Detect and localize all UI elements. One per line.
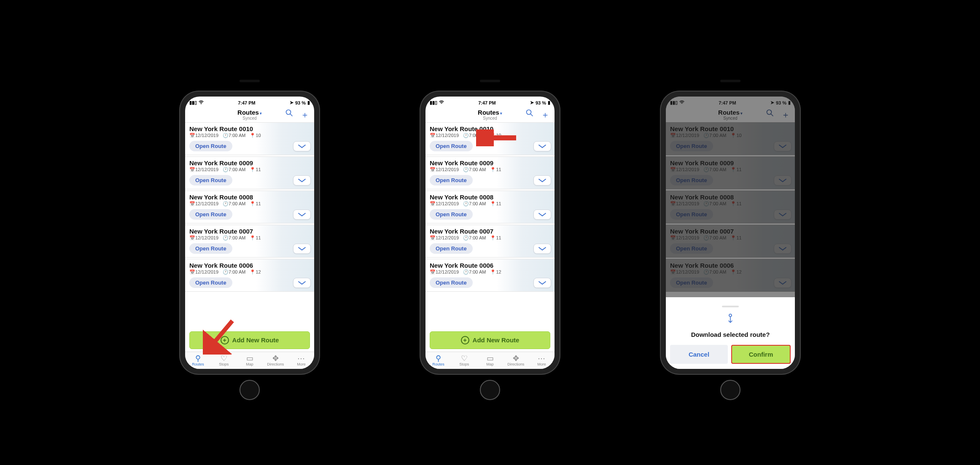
open-route-button[interactable]: Open Route (189, 277, 232, 288)
route-item[interactable]: New York Route 0009📅12/12/2019🕐7:00 AM📍1… (425, 156, 555, 189)
route-meta: 📅12/12/2019🕐7:00 AM📍10 (189, 133, 310, 138)
route-item[interactable]: New York Route 0009📅12/12/2019🕐7:00 AM📍1… (185, 156, 314, 189)
status-time: 7:47 PM (238, 100, 256, 105)
app-header: Routes Synced ＋ (185, 107, 314, 123)
home-button[interactable] (240, 380, 260, 400)
route-stops: 📍11 (250, 201, 261, 207)
route-stops: 📍10 (490, 133, 501, 138)
modal-backdrop[interactable] (666, 97, 795, 297)
status-bar: ▮▮▯ 7:47 PM ➤ 93 % ▮ (185, 99, 314, 107)
tab-directions[interactable]: ✥Directions (503, 352, 529, 369)
route-item[interactable]: New York Route 0006📅12/12/2019🕐7:00 AM📍1… (185, 259, 314, 292)
plus-circle-icon: + (461, 336, 469, 344)
route-name: New York Route 0010 (430, 125, 550, 132)
expand-button[interactable] (533, 278, 551, 288)
svg-point-10 (729, 314, 732, 317)
route-time: 🕐7:00 AM (223, 133, 245, 138)
tab-routes[interactable]: ⚲Routes (425, 352, 451, 369)
add-new-route-button[interactable]: +Add New Route (430, 331, 550, 349)
expand-button[interactable] (293, 175, 311, 185)
open-route-button[interactable]: Open Route (430, 277, 473, 288)
phone-frame-3: ▮▮▯ 7:47 PM ➤93 %▮ RoutesSynced ＋ New Yo… (661, 91, 800, 374)
open-route-button[interactable]: Open Route (189, 209, 232, 220)
route-date: 📅12/12/2019 (430, 201, 459, 207)
header-title[interactable]: Routes (237, 109, 262, 116)
open-route-button[interactable]: Open Route (430, 209, 473, 220)
app-header: RoutesSynced ＋ (425, 107, 555, 123)
route-item[interactable]: New York Route 0008📅12/12/2019🕐7:00 AM📍1… (425, 191, 555, 223)
route-name: New York Route 0009 (430, 159, 550, 167)
route-date: 📅12/12/2019 (189, 269, 218, 275)
route-meta: 📅12/12/2019🕐7:00 AM📍11 (189, 167, 310, 172)
expand-button[interactable] (293, 141, 311, 151)
route-stops: 📍12 (490, 269, 501, 275)
tab-map[interactable]: ▭Map (237, 352, 262, 369)
route-time: 🕐7:00 AM (223, 167, 245, 172)
expand-button[interactable] (533, 141, 551, 151)
route-name: New York Route 0008 (430, 194, 550, 201)
expand-button[interactable] (533, 175, 551, 185)
download-route-icon (670, 313, 791, 327)
routes-icon: ⚲ (425, 354, 451, 362)
home-button[interactable] (480, 380, 500, 400)
route-item[interactable]: New York Route 0007📅12/12/2019🕐7:00 AM📍1… (185, 225, 314, 258)
add-new-route-button[interactable]: + Add New Route (189, 331, 310, 349)
stops-icon: ♡ (211, 354, 237, 362)
route-stops: 📍11 (490, 235, 501, 241)
tab-bar: ⚲Routes ♡Stops ▭Map ✥Directions ⋯More (185, 352, 314, 369)
route-date: 📅12/12/2019 (189, 167, 218, 172)
tab-stops[interactable]: ♡Stops (451, 352, 477, 369)
search-icon[interactable] (526, 109, 533, 121)
route-name: New York Route 0010 (189, 125, 310, 132)
home-button[interactable] (720, 380, 740, 400)
route-item[interactable]: New York Route 0010📅12/12/2019🕐7:00 AM📍1… (185, 122, 314, 155)
sheet-title: Download selected route? (670, 331, 791, 338)
route-meta: 📅12/12/2019🕐7:00 AM📍11 (430, 235, 550, 241)
sheet-grabber[interactable] (722, 306, 739, 307)
map-icon: ▭ (237, 354, 262, 362)
expand-button[interactable] (293, 278, 311, 288)
tab-routes[interactable]: ⚲Routes (185, 352, 211, 369)
tab-directions[interactable]: ✥Directions (263, 352, 288, 369)
route-stops: 📍11 (490, 201, 501, 207)
route-item[interactable]: New York Route 0006📅12/12/2019🕐7:00 AM📍1… (425, 259, 555, 292)
routes-list[interactable]: New York Route 0010📅12/12/2019🕐7:00 AM📍1… (185, 122, 314, 329)
route-time: 🕐7:00 AM (463, 201, 486, 207)
wifi-icon (199, 100, 204, 105)
header-subtitle: Synced (478, 116, 502, 121)
route-meta: 📅12/12/2019🕐7:00 AM📍11 (189, 235, 310, 241)
routes-list[interactable]: New York Route 0010📅12/12/2019🕐7:00 AM📍1… (425, 122, 555, 329)
route-date: 📅12/12/2019 (189, 133, 218, 138)
expand-button[interactable] (293, 244, 311, 254)
tab-stops[interactable]: ♡Stops (211, 352, 237, 369)
expand-button[interactable] (533, 244, 551, 254)
open-route-button[interactable]: Open Route (189, 243, 232, 254)
open-route-button[interactable]: Open Route (430, 175, 473, 185)
route-name: New York Route 0006 (189, 262, 310, 269)
add-icon[interactable]: ＋ (301, 109, 309, 121)
tab-more[interactable]: ⋯More (529, 352, 555, 369)
status-time: 7:47 PM (478, 100, 496, 105)
open-route-button[interactable]: Open Route (430, 243, 473, 254)
route-name: New York Route 0007 (189, 228, 310, 235)
signal-icon: ▮▮▯ (430, 100, 437, 105)
expand-button[interactable] (293, 210, 311, 220)
route-item[interactable]: New York Route 0010📅12/12/2019🕐7:00 AM📍1… (425, 122, 555, 155)
expand-button[interactable] (533, 210, 551, 220)
map-icon: ▭ (477, 354, 503, 362)
header-title[interactable]: Routes (478, 109, 502, 116)
route-stops: 📍11 (490, 167, 501, 172)
open-route-button[interactable]: Open Route (189, 141, 232, 151)
route-item[interactable]: New York Route 0008📅12/12/2019🕐7:00 AM📍1… (185, 191, 314, 223)
confirm-button[interactable]: Confirm (731, 345, 791, 364)
open-route-button[interactable]: Open Route (430, 141, 473, 151)
add-icon[interactable]: ＋ (541, 109, 549, 121)
tab-more[interactable]: ⋯More (288, 352, 314, 369)
search-icon[interactable] (285, 109, 293, 121)
cancel-button[interactable]: Cancel (670, 345, 728, 364)
add-route-label: Add New Route (473, 336, 520, 344)
header-subtitle: Synced (237, 116, 262, 121)
open-route-button[interactable]: Open Route (189, 175, 232, 185)
route-item[interactable]: New York Route 0007📅12/12/2019🕐7:00 AM📍1… (425, 225, 555, 258)
tab-map[interactable]: ▭Map (477, 352, 503, 369)
